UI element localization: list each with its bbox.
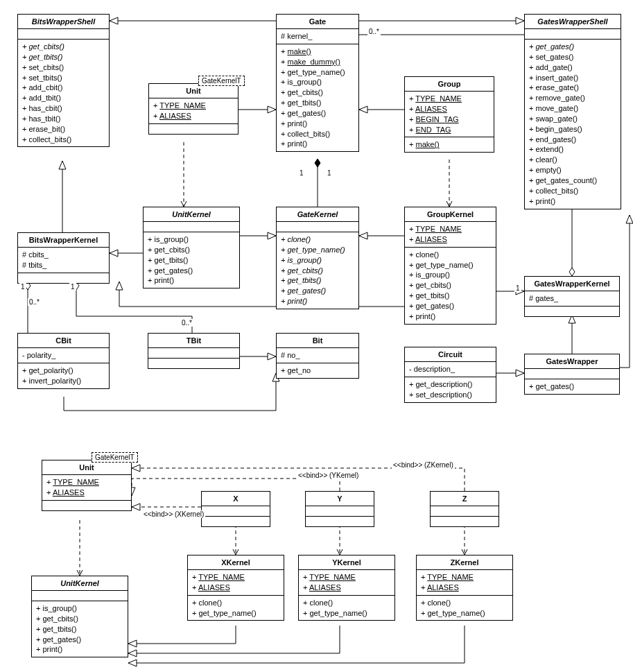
class-section <box>431 506 498 517</box>
class-member: + get_gates() <box>36 635 123 645</box>
class-section <box>202 517 270 526</box>
class-member: + clone() <box>281 234 354 245</box>
class-GatesWrapper: GatesWrapper+ get_gates() <box>524 354 620 395</box>
class-member: + set_gates() <box>529 52 616 62</box>
class-member: + ALIASES <box>421 583 508 593</box>
class-member: + remove_gate() <box>529 93 616 103</box>
class-member: + collect_bits() <box>22 135 105 145</box>
class-section <box>202 506 270 517</box>
class-X: X <box>201 491 270 527</box>
class-section <box>148 348 239 359</box>
class-GateKernel: GateKernel+ clone()+ get_type_name()+ is… <box>276 207 359 309</box>
class-section: + TYPE_NAME+ ALIASES <box>149 98 238 124</box>
class-title: Bit <box>277 334 358 348</box>
class-section: # cbits_# tbits_ <box>18 248 109 273</box>
class-section: + clone()+ get_type_name()+ is_group()+ … <box>405 248 496 324</box>
class-member: + begin_gates() <box>529 124 616 135</box>
class-member: + TYPE_NAME <box>421 572 508 583</box>
class-member: + TYPE_NAME <box>46 477 127 488</box>
class-Gate: Gate# kernel_+ make()+ make_dummy()+ get… <box>276 14 359 152</box>
class-section <box>525 307 619 316</box>
class-title: CBit <box>18 334 109 348</box>
class-section <box>306 506 374 517</box>
class-member: + get_gates() <box>281 286 354 296</box>
class-section: - polarity_ <box>18 348 109 363</box>
class-member: + set_description() <box>409 390 492 400</box>
class-member: + has_tbit() <box>22 114 105 124</box>
class-title: UnitKernel <box>32 576 128 591</box>
class-member: + get_type_name() <box>303 608 390 619</box>
class-member: + END_TAG <box>409 125 489 135</box>
class-member: + ALIASES <box>192 583 279 593</box>
class-member: + ALIASES <box>303 583 390 593</box>
class-member: + swap_gate() <box>529 114 616 124</box>
class-member: + clone() <box>409 250 492 260</box>
class-title: Unit <box>149 84 238 98</box>
class-member: + is_group() <box>409 270 492 280</box>
class-member: + is_group() <box>36 603 123 614</box>
class-member: + make() <box>409 139 489 150</box>
class-member: + TYPE_NAME <box>153 101 234 111</box>
class-member: + get_description() <box>409 379 492 390</box>
class-member: + empty() <box>529 165 616 175</box>
class-section <box>525 369 619 379</box>
template-GateKernelT-1: GateKernelT <box>198 76 245 86</box>
class-member: + get_cbits() <box>281 87 354 98</box>
class-member: + ALIASES <box>46 488 127 498</box>
class-Z: Z <box>430 491 499 527</box>
class-title: XKernel <box>188 555 284 570</box>
class-member: + TYPE_NAME <box>409 224 492 234</box>
bind-z-label: <<bind>> (ZKernel) <box>392 461 455 469</box>
class-section: + clone()+ get_type_name()+ is_group()+ … <box>277 232 358 309</box>
class-section <box>525 29 621 40</box>
mult-cbit-star: 0..* <box>28 298 41 306</box>
class-member: + get_gates() <box>409 301 492 311</box>
class-title: Group <box>405 77 494 92</box>
class-member: + get_tbits() <box>281 275 354 286</box>
template-GateKernelT-2: GateKernelT <box>92 452 138 463</box>
class-section <box>144 222 239 232</box>
class-section: + TYPE_NAME+ ALIASES <box>405 222 496 248</box>
class-member: + set_tbits() <box>22 73 105 83</box>
class-title: Unit <box>42 460 131 475</box>
class-section: + clone()+ get_type_name() <box>299 596 394 621</box>
class-title: GatesWrapperKernel <box>525 277 619 291</box>
class-title: Gate <box>277 15 358 29</box>
class-member: + is_group() <box>281 77 354 87</box>
class-section: + get_gates() <box>525 379 619 394</box>
class-member: # gates_ <box>529 293 615 304</box>
class-member: + is_group() <box>281 255 354 266</box>
mult-one-kernel: 1 <box>326 169 333 177</box>
class-section <box>18 273 109 283</box>
class-BitsWrapperKernel: BitsWrapperKernel# cbits_# tbits_ <box>17 232 110 284</box>
mult-one-gwk: 1 <box>514 284 521 292</box>
mult-one-tbit: 1 <box>69 283 76 291</box>
class-member: + get_type_name() <box>409 260 492 270</box>
class-member: + get_gates_count() <box>529 175 616 186</box>
class-member: + get_type_name() <box>421 608 508 619</box>
class-GroupKernel: GroupKernel+ TYPE_NAME+ ALIASES+ clone()… <box>404 207 496 325</box>
class-member: + erase_gate() <box>529 83 616 93</box>
class-member: + end_gates() <box>529 135 616 145</box>
class-ZKernel: ZKernel+ TYPE_NAME+ ALIASES+ clone()+ ge… <box>416 555 513 621</box>
class-member: + move_gate() <box>529 103 616 114</box>
class-CBit: CBit- polarity_+ get_polarity()+ invert_… <box>17 333 110 389</box>
class-section: # gates_ <box>525 291 619 307</box>
class-member: + clear() <box>529 155 616 165</box>
class-UnitKernel-2: UnitKernel+ is_group()+ get_cbits()+ get… <box>31 576 128 657</box>
class-title: BitsWrapperShell <box>18 15 109 29</box>
class-member: + add_tbit() <box>22 93 105 103</box>
class-member: + extend() <box>529 144 616 155</box>
class-member: + make() <box>281 46 354 57</box>
class-member: + get_type_name() <box>281 67 354 78</box>
mult-tbit-star: 0..* <box>180 319 193 327</box>
class-member: + get_cbits() <box>36 614 123 624</box>
class-title: ZKernel <box>417 555 512 570</box>
class-member: + is_group() <box>148 234 235 245</box>
class-section: + TYPE_NAME+ ALIASES <box>42 475 131 501</box>
class-section <box>149 124 238 134</box>
class-member: # cbits_ <box>22 250 105 260</box>
class-title: Y <box>306 492 374 506</box>
class-section <box>32 591 128 601</box>
class-section: + get_cbits()+ get_tbits()+ set_cbits()+… <box>18 40 109 146</box>
